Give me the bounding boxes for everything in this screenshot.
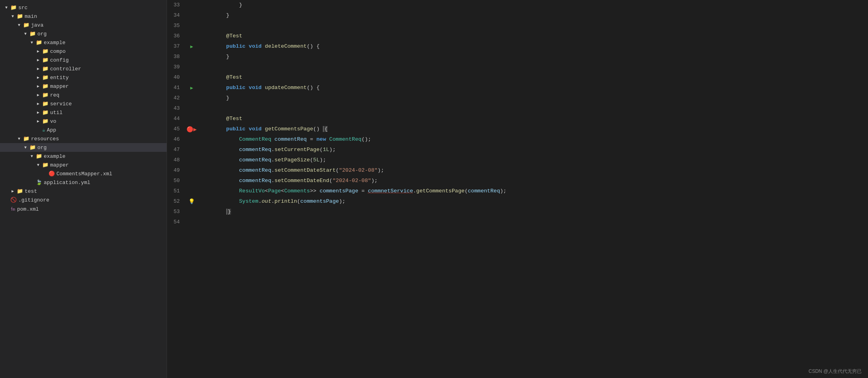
line-number: 46 (167, 134, 186, 145)
folder-icon: 📁 (10, 4, 17, 11)
code-line: 51 ResultVo<Page<Comments>> commentsPage… (167, 186, 868, 196)
line-content: CommentReq commentReq = new CommentReq()… (197, 134, 868, 145)
tree-item-CommentsMapper[interactable]: 🔴CommentsMapper.xml (0, 169, 167, 178)
line-gutter: 💡 (186, 198, 197, 205)
code-line: 48 commentReq.setPageSize(5L); (167, 155, 868, 165)
arrow-icon: ▼ (16, 137, 22, 141)
arrow-icon: ▼ (29, 41, 35, 45)
tree-item-mapper[interactable]: ▶📁mapper (0, 82, 167, 91)
line-number: 43 (167, 103, 186, 114)
tree-item-label: config (50, 57, 69, 63)
tree-item-util[interactable]: ▶📁util (0, 108, 167, 117)
line-content: } (197, 52, 868, 62)
error-icon: 🔴▶ (186, 126, 196, 133)
folder-blue-icon: 📁 (42, 101, 49, 107)
folder-icon: 📁 (23, 136, 29, 142)
line-content: public void getCommentsPage() { (197, 124, 868, 134)
tree-item-service[interactable]: ▶📁service (0, 99, 167, 108)
code-line: 42 } (167, 93, 868, 103)
tree-item-label: compo (50, 48, 66, 54)
tree-item-application[interactable]: 🍃application.yml (0, 178, 167, 187)
tree-item-example[interactable]: ▼📁example (0, 38, 167, 47)
tree-item-gitignore[interactable]: 🚫.gitignore (0, 196, 167, 204)
line-number: 41 (167, 83, 186, 93)
tree-item-main[interactable]: ▼📁main (0, 12, 167, 21)
tree-item-org2[interactable]: ▼📁org (0, 143, 167, 152)
line-number: 33 (167, 0, 186, 10)
run-icon[interactable]: ▶ (190, 85, 193, 91)
code-line: 54 (167, 217, 868, 227)
xml-icon: 🔴 (49, 171, 55, 177)
code-line: 38 } (167, 52, 868, 62)
tree-item-resources[interactable]: ▼📁resources (0, 134, 167, 143)
tree-item-label: example (44, 153, 66, 159)
tree-item-controller[interactable]: ▶📁controller (0, 64, 167, 73)
code-editor: 33 }34 }3536 @Test37▶ public void delete… (167, 0, 868, 378)
folder-blue-icon: 📁 (42, 57, 49, 63)
arrow-icon: ▶ (35, 110, 41, 115)
tree-item-mapper2[interactable]: ▼📁mapper (0, 161, 167, 169)
tree-item-req[interactable]: ▶📁req (0, 91, 167, 99)
tree-item-label: src (18, 5, 27, 11)
tree-item-compo[interactable]: ▶📁compo (0, 47, 167, 56)
line-number: 50 (167, 176, 186, 186)
tree-item-label: util (50, 110, 62, 116)
pom-icon: ㎙ (10, 205, 16, 213)
line-number: 52 (167, 196, 186, 207)
line-number: 54 (167, 217, 186, 227)
run-icon[interactable]: ▶ (190, 44, 193, 50)
line-content: public void deleteComment() { (197, 41, 868, 52)
tree-item-label: controller (50, 66, 81, 72)
line-gutter: ▶ (186, 85, 197, 91)
tree-item-test[interactable]: ▶📁test (0, 187, 167, 196)
tree-item-label: req (50, 92, 59, 98)
tree-item-org[interactable]: ▼📁org (0, 29, 167, 38)
tree-item-label: service (50, 101, 72, 107)
line-number: 35 (167, 21, 186, 31)
code-line: 46 CommentReq commentReq = new CommentRe… (167, 134, 868, 145)
tree-item-label: mapper (50, 162, 69, 168)
arrow-icon: ▶ (35, 101, 41, 106)
folder-blue-icon: 📁 (29, 31, 36, 37)
tree-item-config[interactable]: ▶📁config (0, 56, 167, 64)
code-line: 49 commentReq.setCommentDateStart("2024-… (167, 165, 868, 176)
line-number: 45 (167, 124, 186, 134)
line-content: ResultVo<Page<Comments>> commentsPage = … (197, 186, 868, 196)
code-line: 50 commentReq.setCommentDateEnd("2024-02… (167, 176, 868, 186)
arrow-icon: ▶ (35, 93, 41, 97)
folder-blue-icon: 📁 (36, 39, 42, 46)
folder-blue-icon: 📁 (42, 92, 49, 98)
line-number: 44 (167, 114, 186, 124)
folder-blue-icon: 📁 (42, 48, 49, 54)
folder-blue-icon: 📁 (42, 74, 49, 81)
tree-item-App[interactable]: ☕App (0, 126, 167, 134)
code-line: 45🔴▶ public void getCommentsPage() { (167, 124, 868, 134)
code-line: 47 commentReq.setCurrentPage(1L); (167, 145, 868, 155)
tree-item-label: vo (50, 118, 56, 124)
tree-item-example2[interactable]: ▼📁example (0, 152, 167, 161)
tree-item-entity[interactable]: ▶📁entity (0, 73, 167, 82)
line-content: commentReq.setCommentDateStart("2024-02-… (197, 165, 868, 176)
folder-blue-icon: 📁 (42, 118, 49, 124)
code-line: 36 @Test (167, 31, 868, 41)
tree-item-src[interactable]: ▼📁src (0, 3, 167, 12)
line-number: 42 (167, 93, 186, 103)
line-content: commentReq.setPageSize(5L); (197, 155, 868, 165)
line-number: 36 (167, 31, 186, 41)
arrow-icon: ▶ (35, 58, 41, 62)
line-content: } (197, 93, 868, 103)
folder-blue-icon: 📁 (42, 66, 49, 72)
line-number: 49 (167, 165, 186, 176)
folder-blue-icon: 📁 (23, 22, 29, 28)
tree-item-label: CommentsMapper.xml (56, 171, 112, 177)
line-content: commentReq.setCommentDateEnd("2024-02-08… (197, 176, 868, 186)
folder-blue-icon: 📁 (42, 83, 49, 89)
tree-item-java[interactable]: ▼📁java (0, 21, 167, 29)
file-tree[interactable]: ▼📁src▼📁main▼📁java▼📁org▼📁example▶📁compo▶📁… (0, 0, 167, 378)
tree-item-vo[interactable]: ▶📁vo (0, 117, 167, 126)
line-content: @Test (197, 31, 868, 41)
line-content: } (197, 207, 868, 217)
tree-item-label: .gitignore (18, 197, 49, 203)
tree-item-pom[interactable]: ㎙pom.xml (0, 204, 167, 214)
arrow-icon: ▶ (35, 119, 41, 124)
